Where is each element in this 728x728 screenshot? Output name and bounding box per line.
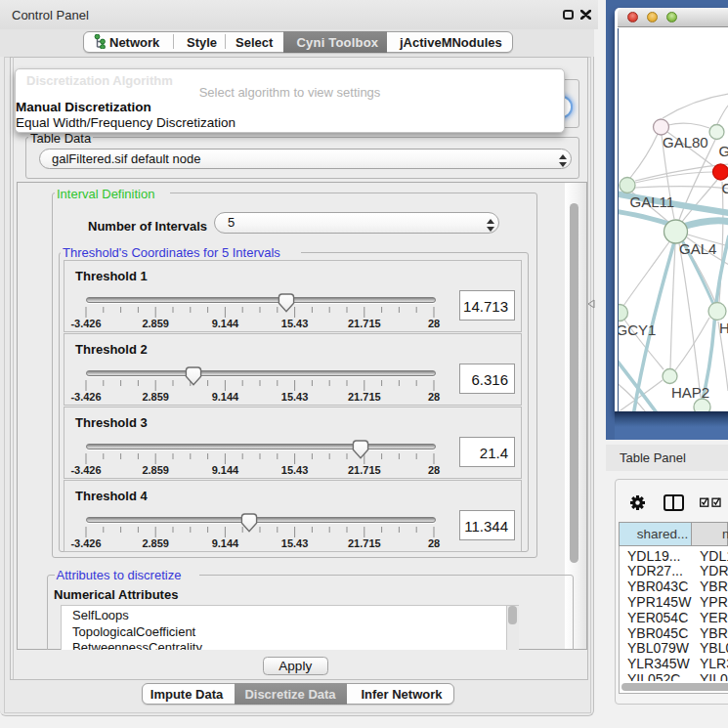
svg-text:GCY1: GCY1	[619, 321, 656, 338]
svg-text:HAP2: HAP2	[671, 384, 709, 401]
svg-text:GAL80: GAL80	[663, 134, 708, 150]
svg-text:GAL11: GAL11	[630, 193, 675, 210]
svg-text:CDC: CDC	[722, 180, 728, 196]
svg-text:GAL4: GAL4	[679, 240, 716, 257]
svg-text:HAP4: HAP4	[719, 320, 728, 336]
svg-text:GAL3: GAL3	[719, 143, 728, 159]
